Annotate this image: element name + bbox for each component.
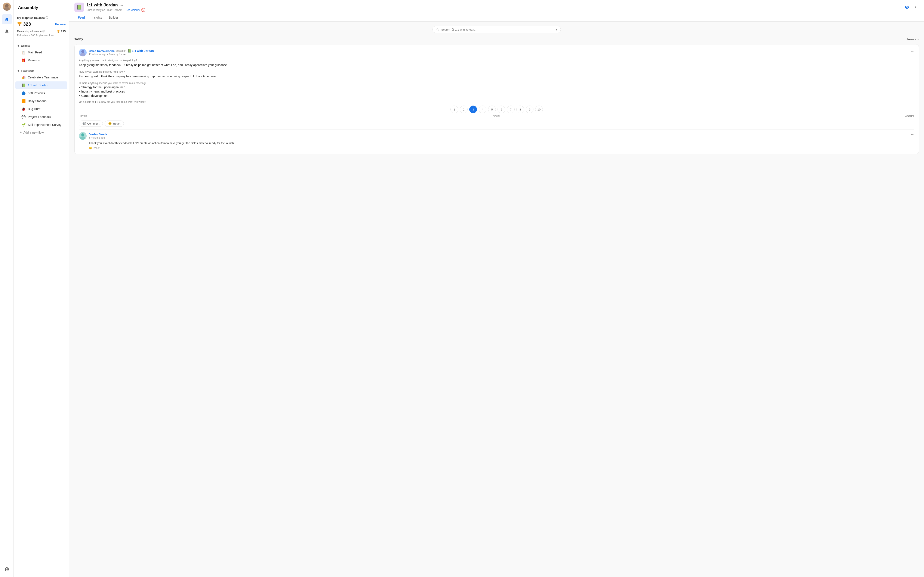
user-avatar[interactable]: [3, 3, 11, 11]
sidebar-item-bughunt-label: Bug Hunt: [28, 107, 40, 111]
feed-title: 1:1 with Jordan ···: [86, 3, 901, 8]
post-bullets: Strategy for the upcoming launch Industr…: [79, 85, 914, 97]
see-visibility-link[interactable]: See visibility: [126, 8, 140, 11]
sidebar-item-survey[interactable]: 🌱 Self Improvement Survey: [15, 121, 67, 129]
sidebar: Assembly My Trophies Balance ⓘ 🏆 323 Red…: [14, 0, 69, 577]
bullet-item-1: Strategy for the upcoming launch: [79, 85, 914, 89]
react-icon: 😊: [108, 122, 111, 125]
sidebar-item-standup[interactable]: 🟧 Daily Standup: [15, 97, 67, 105]
search-dropdown-icon[interactable]: ▾: [556, 28, 557, 31]
sidebar-item-main-feed[interactable]: 📋 Main Feed: [15, 48, 67, 56]
rating-10[interactable]: 10: [535, 106, 543, 113]
post-author-row: Caleb Ramakrishna posted in 📗 1:1 with J…: [79, 49, 154, 56]
allowance-info-icon[interactable]: ⓘ: [42, 29, 45, 33]
search-icon: [436, 28, 439, 31]
post-more-button[interactable]: ···: [911, 49, 914, 53]
comment-author-row: Jordan Sands 6 minutes ago: [79, 132, 107, 140]
sidebar-section-general[interactable]: ▼ General: [14, 43, 69, 48]
rating-9[interactable]: 9: [526, 106, 533, 113]
post-card: Caleb Ramakrishna posted in 📗 1:1 with J…: [74, 44, 919, 154]
react-button[interactable]: 😊 React: [105, 121, 124, 127]
rating-7[interactable]: 7: [507, 106, 515, 113]
post-header: Caleb Ramakrishna posted in 📗 1:1 with J…: [79, 49, 914, 56]
sidebar-item-360[interactable]: 🔵 360 Reviews: [15, 89, 67, 97]
feed-type-icon: 📗: [77, 5, 82, 10]
add-flow-button[interactable]: + Add a new flow: [14, 129, 69, 136]
comment-text: Thank you, Caleb for this feedback! Let'…: [89, 141, 914, 145]
sidebar-item-bughunt[interactable]: 🐞 Bug Hunt: [15, 105, 67, 113]
post-qa-block-3: Is there anything specific you want to c…: [79, 82, 914, 97]
sidebar-item-standup-label: Daily Standup: [28, 99, 47, 103]
sidebar-item-feedback[interactable]: 💬 Project Feedback: [15, 113, 67, 121]
sidebar-item-celebrate-label: Celebrate a Teammate: [28, 76, 58, 79]
comment-author-name[interactable]: Jordan Sands: [89, 133, 107, 136]
feed-header-icon: 📗: [74, 3, 84, 12]
feed-filter-row: Today Newest ▾: [74, 37, 919, 41]
comment-card: Jordan Sands 6 minutes ago ··· Thank you…: [79, 129, 914, 150]
rating-5[interactable]: 5: [488, 106, 496, 113]
svg-point-0: [5, 4, 8, 8]
search-bar[interactable]: ▾: [433, 26, 561, 33]
redeem-link[interactable]: Redeem: [55, 23, 66, 26]
watch-button[interactable]: [903, 4, 910, 11]
allowance-trophy-icon: 🏆: [57, 30, 60, 33]
collapse-flow-icon: ▼: [17, 69, 20, 73]
rating-1[interactable]: 1: [451, 106, 458, 113]
rating-2[interactable]: 2: [460, 106, 468, 113]
rating-8[interactable]: 8: [516, 106, 524, 113]
feed-date-label: Today: [74, 37, 83, 41]
sidebar-item-rewards[interactable]: 🎁 Rewards: [15, 56, 67, 64]
trophies-info-icon[interactable]: ⓘ: [45, 16, 48, 20]
tab-builder[interactable]: Builder: [105, 14, 122, 21]
rating-label-high: Amazing: [905, 114, 914, 117]
feed-tabs: Feed Insights Builder: [74, 14, 919, 21]
trophies-balance-label: My Trophies Balance ⓘ: [17, 16, 66, 20]
celebrate-icon: 🎉: [21, 75, 26, 79]
rating-section: On a scale of 1-10, how did you feel abo…: [79, 100, 914, 117]
standup-icon: 🟧: [21, 99, 26, 103]
bughunt-icon: 🐞: [21, 107, 26, 111]
svg-point-4: [81, 133, 84, 136]
feed-title-more-button[interactable]: ···: [120, 3, 123, 7]
post-feed-link[interactable]: 📗 1:1 with Jordan: [128, 49, 154, 53]
post-answer-1: Keep giving me timely feedback - it real…: [79, 63, 914, 67]
forward-button[interactable]: [912, 4, 919, 11]
post-author-name[interactable]: Caleb Ramakrishna: [89, 49, 115, 53]
post-qa-block-1: Anything you need me to start, stop or k…: [79, 59, 914, 67]
sidebar-section-flow-feeds[interactable]: ▼ Flow feeds: [14, 68, 69, 73]
svg-point-1: [4, 7, 10, 11]
post-actions: 💬 Comment 😊 React: [79, 121, 914, 127]
sidebar-item-survey-label: Self Improvement Survey: [28, 123, 61, 127]
post-question-3: Is there anything specific you want to c…: [79, 82, 914, 85]
search-input[interactable]: [441, 28, 554, 31]
settings-nav-item[interactable]: [2, 564, 12, 574]
allowance-value: 🏆 215: [57, 30, 66, 33]
comment-more-button[interactable]: ···: [911, 132, 914, 136]
trophies-balance-value: 🏆 323: [17, 21, 31, 27]
rating-3[interactable]: 3: [469, 106, 477, 113]
comment-button[interactable]: 💬 Comment: [79, 121, 103, 127]
rewards-icon: 🎁: [21, 58, 26, 63]
add-flow-label: Add a new flow: [23, 131, 44, 134]
home-nav-item[interactable]: [2, 14, 12, 24]
allowance-label: Remaining allowance ⓘ: [17, 29, 45, 33]
rating-6[interactable]: 6: [498, 106, 505, 113]
rating-4[interactable]: 4: [479, 106, 486, 113]
header-actions: [903, 4, 919, 11]
rating-question: On a scale of 1-10, how did you feel abo…: [79, 100, 914, 103]
sidebar-item-celebrate[interactable]: 🎉 Celebrate a Teammate: [15, 74, 67, 81]
feed-title-area: 1:1 with Jordan ··· Runs Weekly on Fri a…: [86, 3, 901, 12]
tab-insights[interactable]: Insights: [88, 14, 105, 21]
sort-arrow-icon: ▾: [918, 38, 919, 41]
feed-header-top: 📗 1:1 with Jordan ··· Runs Weekly on Fri…: [74, 3, 919, 12]
app-title: Assembly: [14, 3, 69, 13]
post-meta: Caleb Ramakrishna posted in 📗 1:1 with J…: [89, 49, 154, 56]
notifications-nav-item[interactable]: [2, 26, 12, 36]
comment-react-icon: 😊: [89, 147, 92, 150]
allowance-row: Remaining allowance ⓘ 🏆 215: [17, 29, 66, 33]
post-time-row: 12 minutes ago • Seen by 1 • 👁: [89, 53, 154, 56]
comment-react-button[interactable]: 😊 React: [89, 147, 914, 150]
tab-feed[interactable]: Feed: [74, 14, 88, 21]
sort-button[interactable]: Newest ▾: [907, 38, 919, 41]
sidebar-item-1on1[interactable]: 📗 1:1 with Jordan: [15, 81, 67, 89]
